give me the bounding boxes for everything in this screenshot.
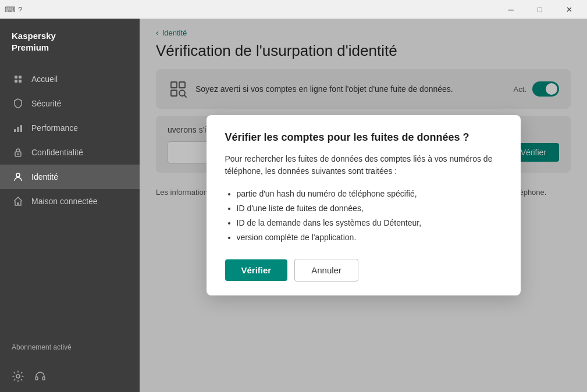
svg-point-10 [16,375,20,378]
dialog-body: Pour rechercher les fuites de données de… [225,153,502,177]
logo-text: Kaspersky Premium [12,30,128,53]
sidebar-item-label: Performance [31,123,78,133]
help-icon: ? [18,5,22,14]
lock-icon [12,146,24,159]
svg-rect-2 [15,80,17,83]
identity-icon [12,170,24,183]
sidebar-footer [0,361,140,392]
minimize-button[interactable]: ─ [497,0,524,19]
dialog: Vérifier les comptes pour les fuites de … [207,115,521,296]
app-body: Kaspersky Premium Accueil [0,19,587,392]
title-bar-help: ⌨ ? [5,5,22,14]
list-item: ID d'une liste de fuites de données, [237,201,502,216]
close-button[interactable]: ✕ [556,0,582,19]
list-item: ID de la demande dans les systèmes du Dé… [237,216,502,230]
settings-button[interactable] [12,370,24,383]
sidebar-item-label: Sécurité [31,99,61,108]
svg-rect-0 [15,76,17,79]
subscription-label: Abonnement activé [0,338,140,361]
home-icon [12,73,24,85]
sidebar-item-maison[interactable]: Maison connectée [0,189,140,213]
sidebar-item-label: Identité [31,172,58,181]
svg-rect-3 [19,80,22,83]
performance-icon [12,122,24,134]
sidebar-item-accueil[interactable]: Accueil [0,67,140,91]
keyboard-icon: ⌨ [5,5,16,14]
svg-rect-4 [14,129,16,132]
sidebar-item-label: Accueil [31,74,58,84]
svg-rect-5 [17,127,19,132]
main-content: ‹ Identité Vérification de l'usurpation … [140,19,587,392]
smart-home-icon [12,195,24,208]
svg-rect-11 [35,377,38,380]
dialog-actions: Vérifier Annuler [225,259,502,281]
headphones-icon [34,370,47,383]
shield-icon [12,97,24,110]
svg-rect-1 [19,76,22,79]
svg-point-9 [16,173,20,177]
support-button[interactable] [34,370,47,383]
dialog-cancel-button[interactable]: Annuler [294,259,358,281]
sidebar-nav: Accueil Sécurité [0,62,140,338]
svg-rect-12 [42,377,45,380]
svg-point-8 [17,154,19,155]
sidebar-item-label: Maison connectée [31,197,98,206]
sidebar: Kaspersky Premium Accueil [0,19,140,392]
subscription-text: Abonnement activé [12,343,72,351]
list-item: version complète de l'application. [237,230,502,245]
dialog-title: Vérifier les comptes pour les fuites de … [225,131,502,144]
dialog-list: partie d'un hash du numéro de téléphone … [225,187,502,245]
sidebar-item-performance[interactable]: Performance [0,116,140,140]
title-bar: ⌨ ? ─ □ ✕ [0,0,587,19]
svg-rect-6 [20,125,22,132]
sidebar-item-label: Confidentialité [31,148,83,157]
maximize-button[interactable]: □ [526,0,553,19]
list-item: partie d'un hash du numéro de téléphone … [237,187,502,201]
sidebar-item-identite[interactable]: Identité [0,165,140,189]
sidebar-logo: Kaspersky Premium [0,19,140,62]
sidebar-item-confidentialite[interactable]: Confidentialité [0,140,140,165]
settings-icon [12,370,24,383]
modal-overlay: Vérifier les comptes pour les fuites de … [140,19,587,392]
sidebar-item-securite[interactable]: Sécurité [0,91,140,116]
dialog-verify-button[interactable]: Vérifier [225,259,288,281]
